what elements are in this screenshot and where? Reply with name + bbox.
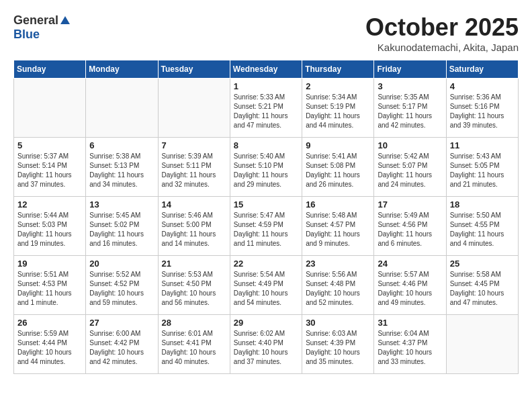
day-info: Sunrise: 5:41 AM Sunset: 5:08 PM Dayligh… <box>306 152 370 189</box>
day-number: 26 <box>17 318 82 328</box>
day-info: Sunrise: 6:01 AM Sunset: 4:41 PM Dayligh… <box>162 329 226 367</box>
calendar-cell: 20Sunrise: 5:52 AM Sunset: 4:52 PM Dayli… <box>86 256 158 315</box>
weekday-header-thursday: Thursday <box>302 60 374 79</box>
calendar-cell: 11Sunrise: 5:43 AM Sunset: 5:05 PM Dayli… <box>446 138 518 197</box>
day-number: 7 <box>162 140 226 150</box>
day-number: 23 <box>306 259 370 269</box>
calendar-cell: 17Sunrise: 5:49 AM Sunset: 4:56 PM Dayli… <box>374 197 446 256</box>
day-number: 22 <box>234 259 298 269</box>
day-number: 2 <box>306 81 370 91</box>
day-info: Sunrise: 5:46 AM Sunset: 5:00 PM Dayligh… <box>162 211 226 248</box>
weekday-header-sunday: Sunday <box>14 60 86 79</box>
calendar-cell: 15Sunrise: 5:47 AM Sunset: 4:59 PM Dayli… <box>230 197 302 256</box>
day-info: Sunrise: 5:52 AM Sunset: 4:52 PM Dayligh… <box>89 270 154 308</box>
calendar-cell: 23Sunrise: 5:56 AM Sunset: 4:48 PM Dayli… <box>302 256 374 315</box>
day-info: Sunrise: 5:33 AM Sunset: 5:21 PM Dayligh… <box>234 93 298 130</box>
day-info: Sunrise: 5:35 AM Sunset: 5:17 PM Dayligh… <box>378 93 442 130</box>
calendar-week-4: 19Sunrise: 5:51 AM Sunset: 4:53 PM Dayli… <box>14 256 519 315</box>
day-number: 4 <box>450 81 515 91</box>
logo-general-text: General <box>13 13 58 28</box>
calendar-week-1: 1Sunrise: 5:33 AM Sunset: 5:21 PM Daylig… <box>14 79 519 138</box>
weekday-header-saturday: Saturday <box>446 60 518 79</box>
calendar-cell: 12Sunrise: 5:44 AM Sunset: 5:03 PM Dayli… <box>14 197 86 256</box>
day-info: Sunrise: 5:37 AM Sunset: 5:14 PM Dayligh… <box>17 152 82 189</box>
calendar-cell: 22Sunrise: 5:54 AM Sunset: 4:49 PM Dayli… <box>230 256 302 315</box>
logo-icon <box>60 15 71 26</box>
calendar-cell: 24Sunrise: 5:57 AM Sunset: 4:46 PM Dayli… <box>374 256 446 315</box>
day-number: 31 <box>378 318 442 328</box>
day-number: 6 <box>89 140 154 150</box>
calendar-cell <box>14 79 86 138</box>
day-info: Sunrise: 5:43 AM Sunset: 5:05 PM Dayligh… <box>450 152 515 189</box>
day-number: 13 <box>89 199 154 210</box>
day-number: 17 <box>378 199 442 210</box>
day-info: Sunrise: 5:45 AM Sunset: 5:02 PM Dayligh… <box>89 211 154 248</box>
day-info: Sunrise: 6:02 AM Sunset: 4:40 PM Dayligh… <box>234 329 298 367</box>
calendar-cell: 7Sunrise: 5:39 AM Sunset: 5:11 PM Daylig… <box>158 138 230 197</box>
day-info: Sunrise: 5:42 AM Sunset: 5:07 PM Dayligh… <box>378 152 442 189</box>
day-number: 10 <box>378 140 442 150</box>
calendar-cell: 21Sunrise: 5:53 AM Sunset: 4:50 PM Dayli… <box>158 256 230 315</box>
day-number: 29 <box>234 318 298 328</box>
calendar-cell: 31Sunrise: 6:04 AM Sunset: 4:37 PM Dayli… <box>374 315 446 374</box>
day-number: 21 <box>162 259 226 269</box>
calendar-cell <box>446 315 518 374</box>
day-number: 3 <box>378 81 442 91</box>
day-number: 25 <box>450 259 515 269</box>
calendar-cell: 18Sunrise: 5:50 AM Sunset: 4:55 PM Dayli… <box>446 197 518 256</box>
day-info: Sunrise: 6:03 AM Sunset: 4:39 PM Dayligh… <box>306 329 370 367</box>
day-number: 1 <box>234 81 298 91</box>
calendar-cell: 10Sunrise: 5:42 AM Sunset: 5:07 PM Dayli… <box>374 138 446 197</box>
day-info: Sunrise: 5:53 AM Sunset: 4:50 PM Dayligh… <box>162 270 226 308</box>
day-info: Sunrise: 5:59 AM Sunset: 4:44 PM Dayligh… <box>17 329 82 367</box>
calendar-cell: 27Sunrise: 6:00 AM Sunset: 4:42 PM Dayli… <box>86 315 158 374</box>
weekday-header-friday: Friday <box>374 60 446 79</box>
svg-marker-0 <box>60 16 70 24</box>
calendar-cell: 13Sunrise: 5:45 AM Sunset: 5:02 PM Dayli… <box>86 197 158 256</box>
day-number: 27 <box>89 318 154 328</box>
day-number: 11 <box>450 140 515 150</box>
day-number: 19 <box>17 259 82 269</box>
calendar-cell: 9Sunrise: 5:41 AM Sunset: 5:08 PM Daylig… <box>302 138 374 197</box>
day-number: 28 <box>162 318 226 328</box>
calendar-cell: 5Sunrise: 5:37 AM Sunset: 5:14 PM Daylig… <box>14 138 86 197</box>
calendar-cell <box>158 79 230 138</box>
day-info: Sunrise: 5:50 AM Sunset: 4:55 PM Dayligh… <box>450 211 515 248</box>
calendar-cell: 28Sunrise: 6:01 AM Sunset: 4:41 PM Dayli… <box>158 315 230 374</box>
day-info: Sunrise: 5:54 AM Sunset: 4:49 PM Dayligh… <box>234 270 298 308</box>
day-number: 16 <box>306 199 370 210</box>
day-info: Sunrise: 5:48 AM Sunset: 4:57 PM Dayligh… <box>306 211 370 248</box>
calendar-week-5: 26Sunrise: 5:59 AM Sunset: 4:44 PM Dayli… <box>14 315 519 374</box>
day-number: 18 <box>450 199 515 210</box>
day-number: 5 <box>17 140 82 150</box>
calendar-cell: 29Sunrise: 6:02 AM Sunset: 4:40 PM Dayli… <box>230 315 302 374</box>
calendar-cell: 6Sunrise: 5:38 AM Sunset: 5:13 PM Daylig… <box>86 138 158 197</box>
day-info: Sunrise: 5:36 AM Sunset: 5:16 PM Dayligh… <box>450 93 515 130</box>
month-title: October 2025 <box>365 13 519 42</box>
day-info: Sunrise: 5:56 AM Sunset: 4:48 PM Dayligh… <box>306 270 370 308</box>
day-info: Sunrise: 5:39 AM Sunset: 5:11 PM Dayligh… <box>162 152 226 189</box>
day-info: Sunrise: 5:34 AM Sunset: 5:19 PM Dayligh… <box>306 93 370 130</box>
day-number: 9 <box>306 140 370 150</box>
day-info: Sunrise: 5:49 AM Sunset: 4:56 PM Dayligh… <box>378 211 442 248</box>
day-info: Sunrise: 5:58 AM Sunset: 4:45 PM Dayligh… <box>450 270 515 308</box>
day-info: Sunrise: 5:38 AM Sunset: 5:13 PM Dayligh… <box>89 152 154 189</box>
page-header: General Blue October 2025 Kakunodatemach… <box>13 13 519 53</box>
day-number: 14 <box>162 199 226 210</box>
calendar-cell: 1Sunrise: 5:33 AM Sunset: 5:21 PM Daylig… <box>230 79 302 138</box>
calendar-cell: 19Sunrise: 5:51 AM Sunset: 4:53 PM Dayli… <box>14 256 86 315</box>
calendar-table: SundayMondayTuesdayWednesdayThursdayFrid… <box>13 60 519 374</box>
day-number: 24 <box>378 259 442 269</box>
logo-blue-text: Blue <box>13 28 40 41</box>
calendar-cell: 2Sunrise: 5:34 AM Sunset: 5:19 PM Daylig… <box>302 79 374 138</box>
weekday-header-wednesday: Wednesday <box>230 60 302 79</box>
calendar-cell: 30Sunrise: 6:03 AM Sunset: 4:39 PM Dayli… <box>302 315 374 374</box>
title-block: October 2025 Kakunodatemachi, Akita, Jap… <box>365 13 519 53</box>
weekday-header-tuesday: Tuesday <box>158 60 230 79</box>
day-number: 8 <box>234 140 298 150</box>
day-info: Sunrise: 5:51 AM Sunset: 4:53 PM Dayligh… <box>17 270 82 308</box>
calendar-cell <box>86 79 158 138</box>
calendar-cell: 25Sunrise: 5:58 AM Sunset: 4:45 PM Dayli… <box>446 256 518 315</box>
calendar-cell: 16Sunrise: 5:48 AM Sunset: 4:57 PM Dayli… <box>302 197 374 256</box>
day-info: Sunrise: 5:57 AM Sunset: 4:46 PM Dayligh… <box>378 270 442 308</box>
